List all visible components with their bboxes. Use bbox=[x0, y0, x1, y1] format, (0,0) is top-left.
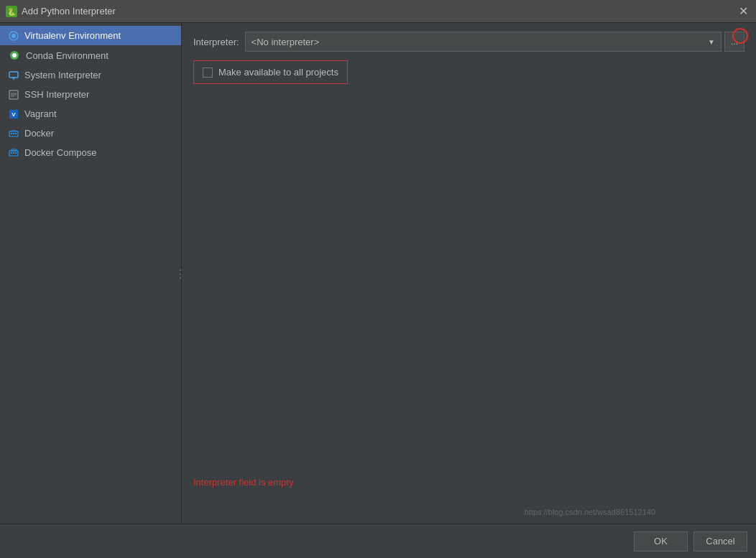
svg-rect-17 bbox=[13, 133, 14, 134]
error-message: Interpreter field is empty bbox=[193, 477, 293, 488]
docker-icon bbox=[9, 129, 19, 139]
virtualenv-icon bbox=[9, 31, 19, 41]
dialog-body: Virtualenv Environment Conda Environment bbox=[0, 23, 756, 524]
dropdown-arrow-icon: ▼ bbox=[708, 38, 715, 46]
sidebar-item-virtualenv-label: Virtualenv Environment bbox=[24, 30, 121, 41]
svg-rect-18 bbox=[15, 133, 17, 134]
dialog-footer: OK Cancel bbox=[0, 524, 756, 558]
sidebar-item-ssh[interactable]: SSH Interpreter bbox=[0, 85, 181, 104]
checkbox-area: Make available to all projects bbox=[193, 60, 348, 84]
sidebar-item-conda[interactable]: Conda Environment bbox=[0, 45, 181, 65]
checkbox-label: Make available to all projects bbox=[218, 67, 338, 78]
sidebar-item-virtualenv[interactable]: Virtualenv Environment bbox=[0, 26, 181, 45]
main-area: Interpreter: <No interpreter> ▼ ... bbox=[182, 23, 756, 524]
interpreter-dropdown-wrapper: <No interpreter> ▼ ... bbox=[245, 32, 745, 52]
svg-rect-16 bbox=[11, 133, 12, 134]
interpreter-row: Interpreter: <No interpreter> ▼ ... bbox=[193, 32, 745, 52]
sidebar-item-conda-label: Conda Environment bbox=[26, 50, 109, 61]
system-icon bbox=[9, 70, 19, 80]
svg-point-5 bbox=[12, 53, 17, 57]
sidebar-item-docker-compose[interactable]: Docker Compose bbox=[0, 143, 181, 162]
interpreter-label: Interpreter: bbox=[193, 37, 239, 47]
sidebar-item-system-label: System Interpreter bbox=[24, 70, 101, 80]
interpreter-dropdown[interactable]: <No interpreter> ▼ bbox=[245, 32, 722, 52]
title-bar: 🐍 Add Python Interpreter ✕ bbox=[0, 0, 756, 23]
svg-rect-6 bbox=[9, 72, 18, 78]
main-content: Interpreter: <No interpreter> ▼ ... bbox=[182, 23, 756, 524]
svg-rect-22 bbox=[15, 152, 17, 154]
sidebar-item-docker[interactable]: Docker bbox=[0, 124, 181, 143]
footer-url: https://blog.csdn.net/wsad861512140 bbox=[525, 508, 655, 516]
svg-rect-21 bbox=[13, 152, 14, 154]
interpreter-value: <No interpreter> bbox=[252, 37, 320, 47]
sidebar: Virtualenv Environment Conda Environment bbox=[0, 23, 182, 524]
make-available-checkbox[interactable] bbox=[203, 68, 213, 78]
ok-button[interactable]: OK bbox=[634, 531, 688, 552]
title-bar-left: 🐍 Add Python Interpreter bbox=[6, 6, 116, 17]
sidebar-item-system[interactable]: System Interpreter bbox=[0, 65, 181, 85]
close-button[interactable]: ✕ bbox=[736, 4, 750, 19]
sidebar-item-docker-compose-label: Docker Compose bbox=[24, 147, 96, 158]
svg-text:🐍: 🐍 bbox=[7, 7, 17, 17]
svg-rect-23 bbox=[11, 149, 17, 151]
browse-button[interactable]: ... bbox=[724, 32, 745, 52]
sidebar-item-vagrant-label: Vagrant bbox=[24, 108, 57, 119]
ssh-icon bbox=[9, 90, 19, 100]
cancel-button[interactable]: Cancel bbox=[693, 531, 747, 552]
docker-compose-icon bbox=[9, 148, 19, 158]
svg-point-3 bbox=[11, 34, 16, 38]
browse-label: ... bbox=[731, 37, 738, 47]
dialog: 🐍 Add Python Interpreter ✕ Virtualenv En… bbox=[0, 0, 756, 558]
app-icon: 🐍 bbox=[6, 6, 17, 17]
sidebar-item-docker-label: Docker bbox=[24, 128, 54, 139]
sidebar-item-vagrant[interactable]: V Vagrant bbox=[0, 104, 181, 124]
svg-text:V: V bbox=[11, 111, 16, 118]
vagrant-icon: V bbox=[9, 109, 19, 119]
conda-icon bbox=[9, 50, 20, 61]
svg-rect-20 bbox=[11, 152, 12, 154]
dialog-title: Add Python Interpreter bbox=[22, 6, 116, 17]
sidebar-item-ssh-label: SSH Interpreter bbox=[24, 89, 89, 100]
drag-handle-icon[interactable]: ⋮ bbox=[175, 266, 185, 280]
